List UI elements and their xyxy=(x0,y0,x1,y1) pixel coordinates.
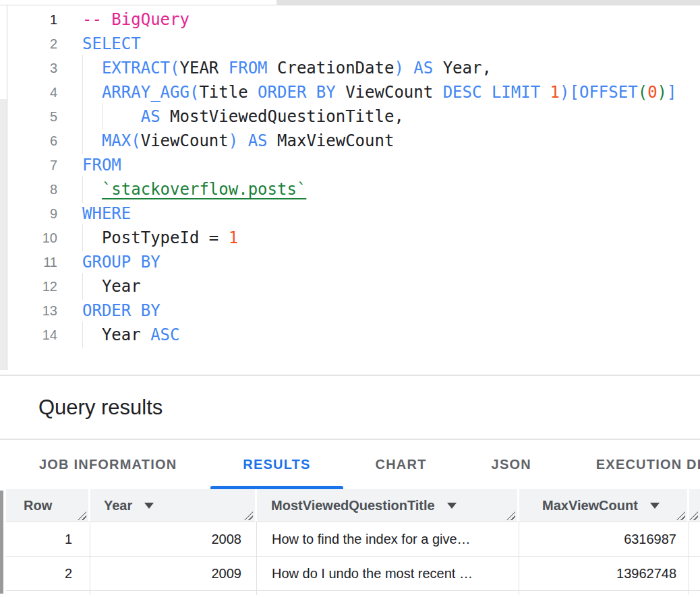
line-number: 2 xyxy=(7,32,57,56)
tab-results[interactable]: RESULTS xyxy=(210,440,343,489)
line-number: 12 xyxy=(7,274,57,298)
code-text: Year ASC xyxy=(82,323,180,347)
table-cell: 13962748 xyxy=(519,557,689,590)
editor-vertical-scrollbar[interactable] xyxy=(0,5,7,370)
code-token: ORDER BY xyxy=(258,83,336,102)
table-row: 12008How to find the index for a give…63… xyxy=(6,522,700,557)
code-token: AS xyxy=(141,107,161,126)
code-token: ViewCount xyxy=(336,83,443,102)
code-token: ) xyxy=(658,83,667,102)
table-cell: How do I undo the most recent … xyxy=(257,557,519,590)
column-menu-arrow-icon[interactable] xyxy=(144,503,154,509)
editor-horizontal-scrollbar[interactable] xyxy=(0,0,700,5)
code-token xyxy=(82,83,102,102)
line-number: 13 xyxy=(7,298,57,323)
code-token: ViewCount xyxy=(141,131,229,150)
code-line[interactable]: 10 PostTypeId = 1 xyxy=(7,226,700,250)
tab-execution-details[interactable]: EXECUTION DETAILS xyxy=(564,440,700,489)
column-header-mostviewedquestiontitle[interactable]: MostViewedQuestionTitle xyxy=(257,489,517,522)
table-cell: 2009 xyxy=(90,557,257,590)
column-menu-arrow-icon[interactable] xyxy=(447,503,457,509)
code-token: ARRAY_AGG xyxy=(102,83,189,102)
code-text: ARRAY_AGG(Title ORDER BY ViewCount DESC … xyxy=(82,80,676,104)
results-tab-bar[interactable]: JOB INFORMATIONRESULTSCHARTJSONEXECUTION… xyxy=(0,440,700,489)
vertical-scrollbar-track[interactable] xyxy=(0,99,7,370)
column-menu-arrow-icon[interactable] xyxy=(650,503,660,509)
table-cell xyxy=(689,591,700,595)
code-line[interactable]: 11GROUP BY xyxy=(7,250,700,274)
table-cell: 6316987 xyxy=(519,522,689,556)
code-token: ASC xyxy=(150,325,179,344)
table-vertical-scrollbar-thumb[interactable] xyxy=(0,491,3,594)
code-token: ] xyxy=(667,83,676,102)
sql-editor[interactable]: 1-- BigQuery2SELECT3 EXTRACT(YEAR FROM C… xyxy=(0,5,700,370)
indent-guide xyxy=(102,103,103,130)
code-line[interactable]: 4 ARRAY_AGG(Title ORDER BY ViewCount DES… xyxy=(7,80,700,104)
tab-chart[interactable]: CHART xyxy=(343,440,459,489)
column-resize-grip-icon[interactable] xyxy=(676,511,685,520)
code-token: AS xyxy=(248,131,268,150)
page-title: Query results xyxy=(38,396,163,420)
code-token: Title xyxy=(199,83,258,102)
code-token xyxy=(82,107,141,126)
code-token: ORDER BY xyxy=(82,301,161,320)
code-line[interactable]: 7FROM xyxy=(7,153,700,177)
code-line[interactable]: 6 MAX(ViewCount) AS MaxViewCount xyxy=(7,129,700,153)
line-number: 11 xyxy=(7,250,57,274)
indent-guide xyxy=(82,55,83,82)
column-header-row[interactable]: Row xyxy=(6,489,88,522)
code-line[interactable]: 5 AS MostViewedQuestionTitle, xyxy=(7,104,700,129)
code-token: DESC LIMIT xyxy=(443,83,541,102)
line-number: 7 xyxy=(7,153,57,177)
column-resize-grip-icon[interactable] xyxy=(78,511,86,520)
table-cell-empty xyxy=(689,522,700,556)
column-header-label: Row xyxy=(24,498,52,513)
column-header-year[interactable]: Year xyxy=(90,489,255,522)
tab-json[interactable]: JSON xyxy=(459,440,564,489)
indent-guide xyxy=(82,103,83,130)
code-text: AS MostViewedQuestionTitle, xyxy=(82,104,404,129)
code-line[interactable]: 13ORDER BY xyxy=(7,298,700,323)
column-resize-grip-icon[interactable] xyxy=(689,511,698,520)
code-line[interactable]: 12 Year xyxy=(7,274,700,298)
code-token: Year, xyxy=(433,59,492,77)
results-table: RowYearMostViewedQuestionTitleMaxViewCou… xyxy=(0,489,700,595)
code-token: YEAR xyxy=(180,59,229,77)
code-token xyxy=(540,83,550,102)
table-cell: 1 xyxy=(6,522,90,556)
code-line[interactable]: 9WHERE xyxy=(7,201,700,226)
code-token xyxy=(82,59,102,77)
line-number: 4 xyxy=(7,80,57,104)
code-token: ( xyxy=(170,59,179,77)
line-number: 9 xyxy=(7,201,57,226)
code-token: -- BigQuery xyxy=(82,10,189,29)
indent-guide xyxy=(82,79,83,106)
code-token: CreationDate xyxy=(268,59,395,77)
column-resize-grip-icon[interactable] xyxy=(244,511,253,520)
horizontal-scrollbar-track[interactable] xyxy=(276,0,700,5)
tab-job-information[interactable]: JOB INFORMATION xyxy=(23,440,193,489)
table-reference-link[interactable]: `stackoverflow.posts` xyxy=(102,180,306,199)
code-token xyxy=(82,180,102,199)
code-token: ( xyxy=(638,83,647,102)
column-header-maxviewcount[interactable]: MaxViewCount xyxy=(519,489,687,522)
code-line[interactable]: 14 Year ASC xyxy=(7,323,700,347)
table-cell: How to find the index for a give… xyxy=(257,522,519,556)
table-row: 22009How do I undo the most recent …1396… xyxy=(6,557,700,591)
code-line[interactable]: 3 EXTRACT(YEAR FROM CreationDate) AS Yea… xyxy=(7,56,700,80)
line-number: 6 xyxy=(7,129,57,153)
code-text: EXTRACT(YEAR FROM CreationDate) AS Year, xyxy=(82,56,492,80)
editor-panel-gap xyxy=(0,370,700,375)
column-resize-grip-icon[interactable] xyxy=(506,511,515,520)
code-line[interactable]: 8 `stackoverflow.posts` xyxy=(7,177,700,201)
code-line[interactable]: 1-- BigQuery xyxy=(7,7,700,32)
code-lines[interactable]: 1-- BigQuery2SELECT3 EXTRACT(YEAR FROM C… xyxy=(7,5,700,347)
horizontal-scrollbar-thumb[interactable] xyxy=(0,0,276,5)
code-text: SELECT xyxy=(82,32,141,56)
code-token: AS xyxy=(413,59,433,77)
line-number: 14 xyxy=(7,323,57,347)
code-line[interactable]: 2SELECT xyxy=(7,32,700,56)
column-header-label: MaxViewCount xyxy=(542,498,638,513)
column-header-clipped[interactable] xyxy=(689,489,700,522)
indent-guide xyxy=(82,321,83,348)
